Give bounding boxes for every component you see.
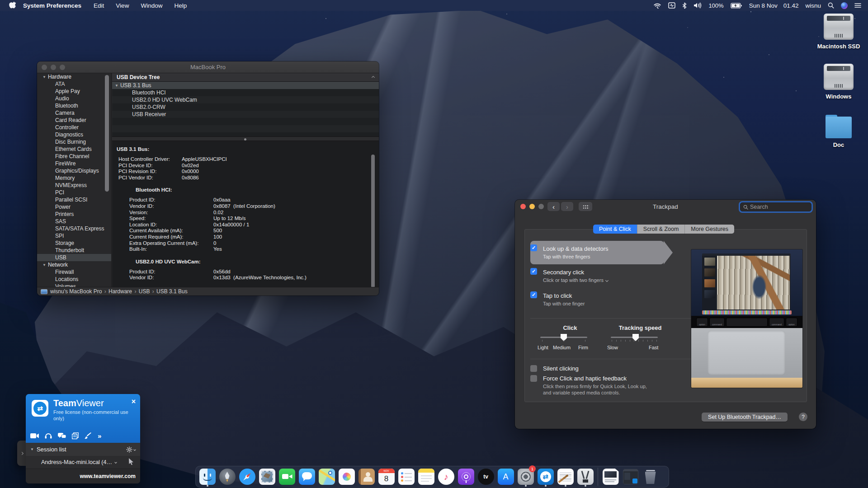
menu-app-name[interactable]: System Preferences <box>19 0 88 11</box>
chat-icon[interactable] <box>58 433 66 439</box>
volume-icon[interactable] <box>692 0 703 11</box>
dock-item-photos[interactable] <box>338 467 355 487</box>
breadcrumb-part[interactable]: Hardware <box>108 288 132 295</box>
chevron-down-icon[interactable] <box>114 461 117 464</box>
tab-point-click[interactable]: Point & Click <box>593 225 637 234</box>
tree-row-bluetooth-hci[interactable]: Bluetooth HCI <box>112 89 379 96</box>
disclosure-triangle-icon[interactable]: ▼ <box>115 84 118 88</box>
siri-icon[interactable] <box>840 0 849 11</box>
sidebar-item-disc-burning[interactable]: Disc Burning <box>37 138 111 145</box>
dock-item-mail[interactable] <box>259 467 275 487</box>
sidebar-item-locations[interactable]: Locations <box>37 276 111 283</box>
menu-item-window[interactable]: Window <box>135 0 168 11</box>
forward-button[interactable]: › <box>561 202 573 211</box>
dock-item-sysprefs[interactable]: 1 <box>517 467 534 487</box>
setup-bluetooth-trackpad-button[interactable]: Set Up Bluetooth Trackpad… <box>702 413 788 422</box>
headset-icon[interactable] <box>45 432 52 439</box>
dock-item-sysinfo[interactable] <box>577 467 594 487</box>
desktop-icon-windows[interactable]: Windows <box>814 64 863 100</box>
menu-item-view[interactable]: View <box>110 0 135 11</box>
sidebar-item-controller[interactable]: Controller <box>37 124 111 131</box>
teamviewer-menubar-icon[interactable] <box>667 0 677 11</box>
tp-title-bar[interactable]: Trackpad ‹ › Search <box>515 200 816 213</box>
sidebar-item-nvmexpress[interactable]: NVMExpress <box>37 182 111 189</box>
menu-clock-time[interactable]: 01.42 <box>782 0 800 11</box>
dock-item-tv[interactable]: tv <box>477 467 494 487</box>
disclosure-triangle-icon[interactable]: ▼ <box>30 447 34 451</box>
sidebar-item-audio[interactable]: Audio <box>37 95 111 102</box>
chevron-down-icon[interactable] <box>605 278 609 282</box>
sidebar-item-volumes[interactable]: Volumes <box>37 283 111 287</box>
si-details-scrollbar[interactable] <box>371 155 375 288</box>
teamviewer-url[interactable]: www.teamviewer.com <box>80 473 136 479</box>
dock-item-podcasts[interactable] <box>458 467 474 487</box>
show-all-button[interactable] <box>579 202 592 211</box>
sidebar-item-spi[interactable]: SPI <box>37 232 111 239</box>
session-list-item[interactable]: Andress-Mac-mini.local (4… <box>26 456 140 469</box>
back-button[interactable]: ‹ <box>547 202 560 211</box>
sidebar-item-fibre-channel[interactable]: Fibre Channel <box>37 153 111 160</box>
sidebar-item-sas[interactable]: SAS <box>37 218 111 225</box>
si-tree-header[interactable]: USB Device Tree <box>112 73 379 82</box>
sidebar-item-firewire[interactable]: FireWire <box>37 160 111 167</box>
dock-item-contacts[interactable] <box>358 467 375 487</box>
sidebar-item-graphics-displays[interactable]: Graphics/Displays <box>37 167 111 174</box>
apple-menu[interactable] <box>0 0 19 11</box>
checkbox[interactable]: ✓ <box>530 244 537 251</box>
teamviewer-footer[interactable]: www.teamviewer.com <box>26 469 140 483</box>
spotlight-search-icon[interactable] <box>826 0 835 11</box>
wifi-icon[interactable] <box>652 0 663 11</box>
sidebar-item-sata-sata-express[interactable]: SATA/SATA Express <box>37 225 111 232</box>
checkbox[interactable] <box>530 365 537 372</box>
more-actions-icon[interactable]: » <box>98 433 101 439</box>
sidebar-item-thunderbolt[interactable]: Thunderbolt <box>37 247 111 254</box>
tree-row-usb-3-1-bus[interactable]: ▼USB 3.1 Bus <box>112 82 379 89</box>
checkbox[interactable] <box>530 375 537 382</box>
dock-item-reminders[interactable] <box>398 467 415 487</box>
desktop-icon-macintosh-ssd[interactable]: Macintosh SSD <box>814 14 863 50</box>
sidebar-item-firewall[interactable]: Firewall <box>37 268 111 276</box>
si-pane-splitter[interactable] <box>112 136 379 141</box>
dock-item-launchpad[interactable] <box>219 467 236 487</box>
dock-item-docfile[interactable] <box>602 467 619 487</box>
checkbox[interactable]: ✓ <box>530 291 537 298</box>
session-settings-button[interactable] <box>126 446 136 453</box>
checkbox[interactable]: ✓ <box>530 268 537 275</box>
sidebar-item-ata[interactable]: ATA <box>37 80 111 88</box>
battery-percent[interactable]: 100% <box>707 0 725 11</box>
sidebar-item-pci[interactable]: PCI <box>37 189 111 196</box>
dock-item-textedit[interactable] <box>557 467 574 487</box>
tree-row-usb2-0-crw[interactable]: USB2.0-CRW <box>112 103 379 111</box>
sidebar-item-card-reader[interactable]: Card Reader <box>37 117 111 124</box>
dock-item-facetime[interactable] <box>278 467 295 487</box>
sidebar-item-printers[interactable]: Printers <box>37 211 111 218</box>
breadcrumb-part[interactable]: wisnu's MacBook Pro <box>50 288 102 295</box>
desktop-icon-doc[interactable]: Doc <box>814 114 863 148</box>
sidebar-group-network[interactable]: ▼Network <box>37 261 111 268</box>
sidebar-item-ethernet-cards[interactable]: Ethernet Cards <box>37 145 111 153</box>
tab-scroll-zoom[interactable]: Scroll & Zoom <box>637 225 685 234</box>
menu-user[interactable]: wisnu <box>804 0 822 11</box>
video-call-icon[interactable] <box>30 433 39 439</box>
tree-row-usb2-0-hd-uvc-webcam[interactable]: USB2.0 HD UVC WebCam <box>112 96 379 103</box>
disclosure-triangle-icon[interactable]: ▼ <box>42 75 46 79</box>
close-icon[interactable]: × <box>132 399 136 405</box>
dock-item-miniwin[interactable] <box>622 467 639 487</box>
sidebar-item-storage[interactable]: Storage <box>37 239 111 247</box>
dock-item-teamviewer[interactable]: ⇄ <box>537 467 554 487</box>
help-button[interactable]: ? <box>799 413 807 421</box>
sidebar-item-power[interactable]: Power <box>37 203 111 211</box>
disclosure-triangle-icon[interactable]: ▼ <box>42 263 46 267</box>
dock-item-calendar[interactable]: NOV8 <box>378 467 395 487</box>
option-subtitle[interactable]: Click or tap with two fingers <box>543 277 608 283</box>
chevron-up-icon[interactable] <box>372 75 375 79</box>
tree-row-usb-receiver[interactable]: USB Receiver <box>112 111 379 118</box>
breadcrumb-part[interactable]: USB 3.1 Bus <box>156 288 188 295</box>
sidebar-item-diagnostics[interactable]: Diagnostics <box>37 131 111 138</box>
menu-clock-date[interactable]: Sun 8 Nov <box>748 0 779 11</box>
sidebar-item-usb[interactable]: USB <box>37 254 111 261</box>
session-list-header[interactable]: ▼ Session list <box>26 443 140 456</box>
sidebar-item-camera[interactable]: Camera <box>37 109 111 117</box>
dock-item-maps[interactable] <box>318 467 335 487</box>
sidebar-item-apple-pay[interactable]: Apple Pay <box>37 88 111 95</box>
